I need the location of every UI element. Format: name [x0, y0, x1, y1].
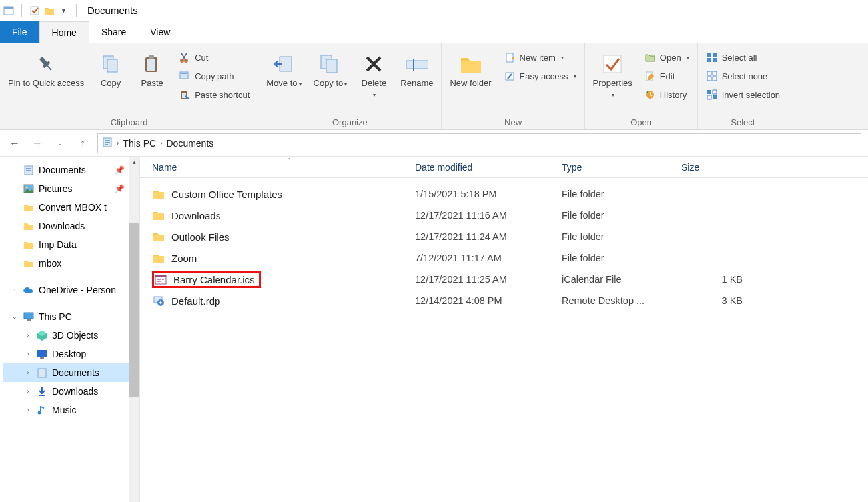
navitem-downloads-quick[interactable]: Downloads [3, 217, 139, 235]
new-item-button[interactable]: New item▾ [500, 49, 580, 66]
chevron-right-icon[interactable]: › [160, 139, 162, 147]
file-size: 3 KB [669, 295, 749, 306]
svg-rect-46 [26, 170, 31, 171]
navpane-scrollbar[interactable]: ▴ ▾ [129, 157, 139, 502]
cut-label: Cut [195, 53, 208, 63]
column-size[interactable]: Size [669, 157, 749, 177]
chevron-right-icon[interactable]: › [24, 332, 32, 339]
navitem-pictures-quick[interactable]: Pictures 📌 [3, 179, 139, 198]
forward-button[interactable]: → [29, 135, 45, 151]
tab-home[interactable]: Home [39, 21, 89, 43]
easy-access-button[interactable]: Easy access▾ [500, 67, 580, 85]
properties-button[interactable]: Properties▾ [589, 46, 636, 103]
file-type: File folder [550, 189, 669, 199]
file-date: 12/17/2021 11:24 AM [403, 231, 550, 242]
select-none-button[interactable]: Select none [702, 67, 784, 85]
svg-rect-55 [39, 371, 45, 371]
svg-rect-9 [147, 59, 155, 71]
navitem-documents-quick[interactable]: Documents 📌 [3, 161, 139, 179]
navitem-imp-data[interactable]: Imp Data [3, 235, 139, 254]
svg-rect-53 [40, 357, 44, 359]
navitem-mbox[interactable]: mbox [3, 254, 139, 273]
easy-access-label: Easy access [520, 71, 568, 81]
file-row[interactable]: Zoom7/12/2021 11:17 AMFile folder [140, 247, 868, 269]
qat-dropdown-icon[interactable]: ▼ [58, 7, 69, 14]
navitem-label: Pictures [39, 183, 73, 194]
navitem-desktop[interactable]: › Desktop [3, 345, 139, 363]
column-name[interactable]: Name ˄ [140, 157, 403, 177]
crumb-documents[interactable]: Documents [166, 138, 213, 149]
file-row[interactable]: Outlook Files12/17/2021 11:24 AMFile fol… [140, 226, 868, 247]
navitem-this-pc[interactable]: ⌄ This PC [3, 307, 139, 326]
chevron-right-icon[interactable]: › [24, 351, 32, 357]
svg-rect-41 [105, 140, 110, 141]
paste-button[interactable]: Paste [133, 46, 171, 91]
history-button[interactable]: History [640, 86, 693, 103]
group-select-label: Select [702, 115, 784, 129]
ics-icon [155, 273, 167, 285]
back-button[interactable]: ← [7, 135, 23, 151]
chevron-right-icon[interactable]: › [24, 388, 32, 395]
group-new-label: New [446, 115, 580, 129]
properties-qat-icon[interactable] [29, 5, 41, 17]
edit-label: Edit [660, 71, 675, 81]
folder-qat-icon[interactable] [43, 5, 55, 17]
new-folder-button[interactable]: New folder [446, 46, 495, 91]
edit-button[interactable]: Edit [640, 67, 693, 85]
svg-rect-15 [181, 75, 187, 75]
scroll-up-icon[interactable]: ▴ [129, 157, 139, 167]
navitem-convert-mbox[interactable]: Convert MBOX t [3, 198, 139, 217]
chevron-right-icon[interactable]: › [24, 369, 32, 376]
file-row[interactable]: Barry Calendar.ics12/17/2021 11:25 AMiCa… [140, 269, 868, 290]
svg-point-48 [26, 187, 28, 189]
folder-icon [23, 239, 35, 251]
navitem-music[interactable]: › Music [3, 401, 139, 419]
copy-to-label: Copy to▾ [314, 78, 348, 89]
navitem-downloads[interactable]: › Downloads [3, 382, 139, 401]
svg-rect-52 [37, 350, 47, 357]
open-button[interactable]: Open▾ [640, 49, 693, 66]
svg-rect-42 [105, 142, 110, 143]
column-type[interactable]: Type [550, 157, 669, 177]
tab-share[interactable]: Share [89, 21, 138, 43]
tab-view[interactable]: View [138, 21, 182, 43]
crumb-this-pc[interactable]: This PC [123, 138, 156, 149]
up-button[interactable]: ↑ [75, 135, 91, 151]
documents-addr-icon [102, 137, 113, 149]
pin-to-quick-access-button[interactable]: Pin to Quick access [4, 46, 88, 91]
folder-icon [153, 188, 165, 200]
tab-file[interactable]: File [0, 21, 39, 43]
rename-button[interactable]: Rename [396, 46, 437, 91]
move-to-button[interactable]: Move to▾ [262, 46, 305, 91]
column-date[interactable]: Date modified [403, 157, 550, 177]
cut-button[interactable]: Cut [175, 49, 254, 66]
delete-button[interactable]: Delete▾ [355, 46, 392, 103]
address-bar[interactable]: › This PC › Documents [97, 133, 861, 153]
chevron-right-icon[interactable]: › [11, 287, 19, 293]
chevron-down-icon[interactable]: ⌄ [11, 313, 19, 320]
copy-button[interactable]: Copy [92, 46, 129, 91]
file-row[interactable]: Downloads12/17/2021 11:16 AMFile folder [140, 205, 868, 226]
copy-path-button[interactable]: Copy path [175, 67, 254, 85]
sort-ascending-icon: ˄ [288, 157, 291, 164]
navitem-3d-objects[interactable]: › 3D Objects [3, 326, 139, 345]
body: Documents 📌 Pictures 📌 Convert MBOX t Do… [0, 157, 868, 502]
select-all-button[interactable]: Select all [702, 49, 784, 66]
file-row[interactable]: Default.rdp12/14/2021 4:08 PMRemote Desk… [140, 290, 868, 311]
properties-label: Properties▾ [593, 78, 632, 100]
navitem-onedrive[interactable]: › OneDrive - Person [3, 281, 139, 299]
folder-icon [153, 252, 165, 264]
navitem-documents[interactable]: › Documents [3, 363, 139, 382]
scrollbar-thumb[interactable] [129, 223, 139, 397]
chevron-right-icon[interactable]: › [117, 139, 119, 147]
desktop-icon [36, 348, 48, 360]
recent-dropdown[interactable]: ⌄ [52, 135, 68, 151]
copy-to-button[interactable]: Copy to▾ [310, 46, 352, 91]
navitem-label: This PC [39, 311, 72, 322]
invert-selection-button[interactable]: Invert selection [702, 86, 784, 103]
file-date: 12/17/2021 11:16 AM [403, 210, 550, 221]
file-date: 12/14/2021 4:08 PM [403, 295, 550, 306]
paste-shortcut-button[interactable]: Paste shortcut [175, 86, 254, 103]
file-row[interactable]: Custom Office Templates1/15/2021 5:18 PM… [140, 183, 868, 205]
chevron-right-icon[interactable]: › [24, 407, 32, 413]
